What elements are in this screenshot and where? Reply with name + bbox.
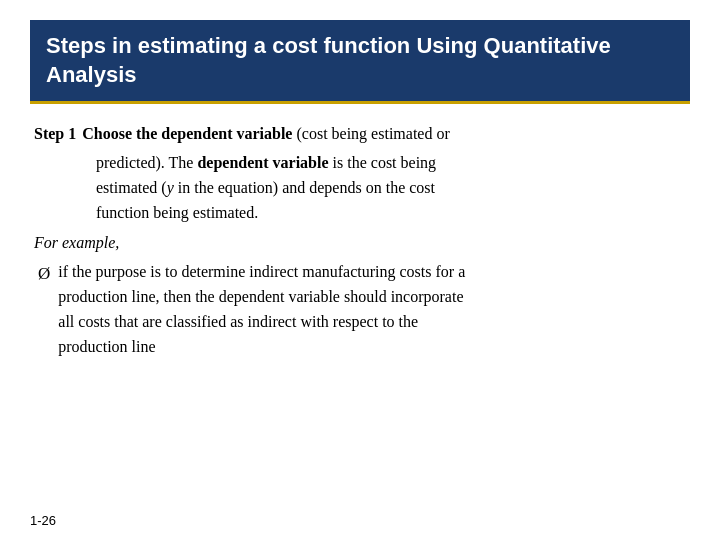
bullet-symbol: Ø: [38, 261, 50, 287]
bullet-line4: production line: [58, 338, 155, 355]
slide-title: Steps in estimating a cost function Usin…: [46, 32, 674, 89]
step1-bold2: dependent variable: [197, 154, 328, 171]
step1-bold-intro: Choose the dependent variable: [82, 125, 292, 142]
step1-line2-prefix: predicted). The: [96, 154, 197, 171]
title-divider: [30, 101, 690, 104]
step1-content: Choose the dependent variable (cost bein…: [82, 122, 450, 147]
title-line1: Steps in estimating a cost function Usin…: [46, 33, 611, 58]
title-section: Steps in estimating a cost function Usin…: [30, 20, 690, 101]
step1-line4: function being estimated.: [96, 204, 258, 221]
bullet-line1: if the purpose is to determine indirect …: [58, 263, 465, 280]
step1-italic: y: [167, 179, 174, 196]
for-example: For example,: [34, 231, 686, 256]
step1-label: Step 1: [34, 122, 76, 147]
bullet-text: if the purpose is to determine indirect …: [58, 260, 465, 359]
bullet-section: Ø if the purpose is to determine indirec…: [38, 260, 686, 359]
step1-line2-suffix: is the cost being: [329, 154, 437, 171]
bullet-line2: production line, then the dependent vari…: [58, 288, 463, 305]
step1-intro-suffix: (cost being estimated or: [292, 125, 449, 142]
step1-indent: predicted). The dependent variable is th…: [96, 151, 686, 225]
step1-line3: estimated (y in the equation) and depend…: [96, 179, 435, 196]
content-area: Step 1 Choose the dependent variable (co…: [30, 122, 690, 520]
bullet-line3: all costs that are classified as indirec…: [58, 313, 418, 330]
slide-container: Steps in estimating a cost function Usin…: [0, 0, 720, 540]
title-line2: Analysis: [46, 62, 137, 87]
page-number: 1-26: [30, 513, 56, 528]
step1-row: Step 1 Choose the dependent variable (co…: [34, 122, 686, 147]
